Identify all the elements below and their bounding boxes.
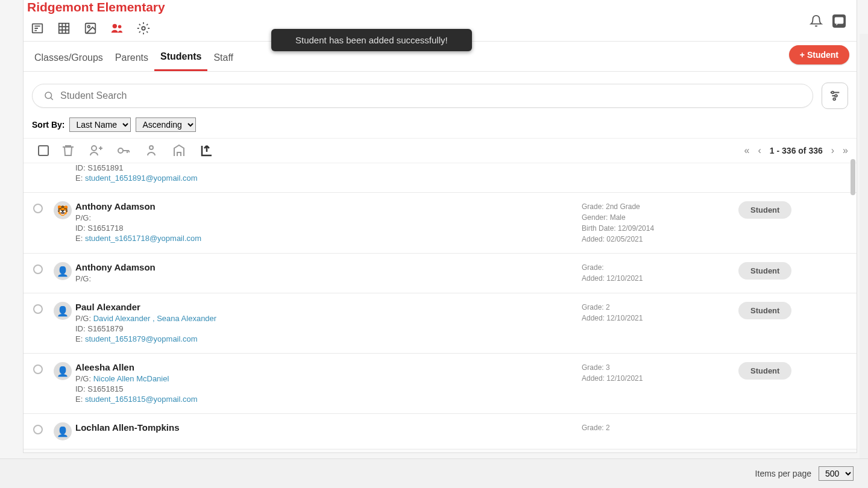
- student-row: 👤 Aleesha AllenP/G: Nicole Allen McDanie…: [24, 354, 857, 414]
- meta-line: Gender: Male: [582, 212, 738, 223]
- student-row: 👤 Paul AlexanderP/G: David Alexander , S…: [24, 293, 857, 354]
- id-line: ID: S1651891: [75, 163, 582, 172]
- avatar: 👤: [54, 262, 72, 280]
- search-icon: [43, 90, 54, 101]
- student-name[interactable]: Paul Alexander: [75, 302, 582, 312]
- email-line: E: student_1651891@yopmail.com: [75, 174, 582, 183]
- meta-line: Grade:: [582, 262, 738, 273]
- sort-controls: Sort By: Last Name Ascending: [24, 115, 857, 138]
- email-link[interactable]: student_1651891@yopmail.com: [85, 174, 198, 183]
- svg-rect-1: [59, 23, 69, 34]
- filter-button[interactable]: [822, 83, 848, 109]
- school-title: Ridgemont Elementary: [24, 0, 857, 19]
- meta-line: Grade: 3: [582, 362, 738, 373]
- id-line: ID: S1651718: [75, 224, 582, 233]
- student-name[interactable]: Aleesha Allen: [75, 362, 582, 372]
- row-radio[interactable]: [33, 204, 43, 213]
- pagination: « ‹ 1 - 336 of 336 › »: [744, 145, 848, 156]
- header-actions: [810, 14, 846, 28]
- main-panel: Ridgemont Elementary Classes/Groups Pare…: [23, 0, 857, 453]
- newspaper-icon[interactable]: [31, 22, 44, 35]
- first-page-icon[interactable]: «: [744, 145, 750, 156]
- svg-point-4: [113, 24, 117, 28]
- svg-point-13: [118, 148, 123, 153]
- meta-line: Added: 02/05/2021: [582, 234, 738, 245]
- svg-point-5: [118, 25, 122, 29]
- next-page-icon[interactable]: ›: [831, 145, 834, 156]
- role-badge: Student: [738, 302, 791, 319]
- list-toolbar: « ‹ 1 - 336 of 336 › »: [24, 138, 857, 163]
- avatar: 👤: [54, 422, 72, 440]
- prev-page-icon[interactable]: ‹: [758, 145, 761, 156]
- search-box[interactable]: [32, 84, 813, 108]
- sort-field-select[interactable]: Last Name: [69, 117, 131, 132]
- meta-line: Grade: 2: [582, 302, 738, 313]
- row-radio[interactable]: [33, 364, 43, 374]
- pg-link[interactable]: Nicole Allen McDaniel: [93, 374, 169, 383]
- email-link[interactable]: student_1651879@yopmail.com: [85, 334, 198, 343]
- id-line: ID: S1651879: [75, 324, 582, 333]
- row-radio[interactable]: [33, 425, 43, 434]
- tab-students[interactable]: Students: [154, 48, 207, 71]
- svg-rect-7: [835, 17, 844, 24]
- trash-icon[interactable]: [61, 143, 75, 158]
- search-input[interactable]: [60, 90, 802, 101]
- page-range: 1 - 336 of 336: [770, 146, 823, 155]
- items-per-page-select[interactable]: 500: [819, 466, 854, 481]
- grid-icon[interactable]: [57, 22, 71, 35]
- pg-line: P/G:: [75, 213, 582, 222]
- svg-point-11: [833, 98, 835, 101]
- avatar: 🐯: [54, 201, 72, 219]
- email-link[interactable]: student_s1651718@yopmail.com: [85, 234, 201, 243]
- svg-point-12: [92, 146, 96, 151]
- email-link[interactable]: student_1651815@yopmail.com: [85, 395, 198, 404]
- meta-line: Grade: 2: [582, 422, 738, 433]
- bell-icon[interactable]: [810, 14, 823, 28]
- student-list: ID: S1651891E: student_1651891@yopmail.c…: [24, 163, 857, 452]
- gear-icon[interactable]: [137, 22, 150, 35]
- user-plus-icon[interactable]: [89, 143, 103, 158]
- image-icon[interactable]: [84, 22, 97, 35]
- tab-parents[interactable]: Parents: [109, 49, 154, 70]
- svg-point-10: [835, 95, 837, 97]
- student-row: 👤 Anthony AdamsonP/G: Grade:Added: 12/10…: [24, 254, 857, 293]
- tab-staff[interactable]: Staff: [207, 49, 239, 70]
- tab-classes[interactable]: Classes/Groups: [28, 49, 109, 70]
- people-icon[interactable]: [110, 22, 124, 35]
- meta-line: Added: 12/10/2021: [582, 373, 738, 384]
- group-icon[interactable]: [144, 143, 159, 158]
- scrollbar-thumb[interactable]: [851, 159, 855, 195]
- email-line: E: student_s1651718@yopmail.com: [75, 234, 582, 243]
- items-per-page-label: Items per page: [755, 469, 811, 478]
- pg-line: P/G: David Alexander , Seana Alexander: [75, 314, 582, 323]
- student-name[interactable]: Anthony Adamson: [75, 201, 582, 211]
- id-line: ID: S1651815: [75, 384, 582, 393]
- row-radio[interactable]: [33, 304, 43, 314]
- email-line: E: student_1651879@yopmail.com: [75, 334, 582, 343]
- student-name[interactable]: Anthony Adamson: [75, 262, 582, 272]
- meta-line: Added: 12/10/2021: [582, 273, 738, 284]
- sort-order-select[interactable]: Ascending: [136, 117, 196, 132]
- add-student-button[interactable]: + Student: [789, 45, 849, 64]
- email-line: E: student_1651815@yopmail.com: [75, 395, 582, 404]
- svg-point-3: [87, 25, 90, 28]
- meta-line: Added: 12/10/2021: [582, 313, 738, 324]
- student-name[interactable]: Lochlan Allen-Tompkins: [75, 422, 582, 433]
- pg-line: P/G: Nicole Allen McDaniel: [75, 374, 582, 383]
- key-icon[interactable]: [116, 143, 131, 158]
- student-row: ID: S1651891E: student_1651891@yopmail.c…: [24, 163, 857, 193]
- building-icon[interactable]: [172, 143, 186, 158]
- last-page-icon[interactable]: »: [843, 145, 848, 156]
- avatar: 👤: [54, 362, 72, 380]
- export-icon[interactable]: [200, 143, 214, 158]
- footer: Items per page 500: [0, 458, 868, 488]
- pg-link[interactable]: David Alexander , Seana Alexander: [93, 314, 217, 323]
- meta-line: Birth Date: 12/09/2014: [582, 223, 738, 234]
- success-toast: Student has been added successfully!: [271, 29, 472, 51]
- avatar: 👤: [54, 302, 72, 320]
- select-all-checkbox[interactable]: [38, 145, 49, 156]
- chat-icon[interactable]: [832, 14, 846, 28]
- row-radio[interactable]: [33, 264, 43, 274]
- svg-point-9: [832, 92, 834, 94]
- pg-line: P/G:: [75, 274, 582, 283]
